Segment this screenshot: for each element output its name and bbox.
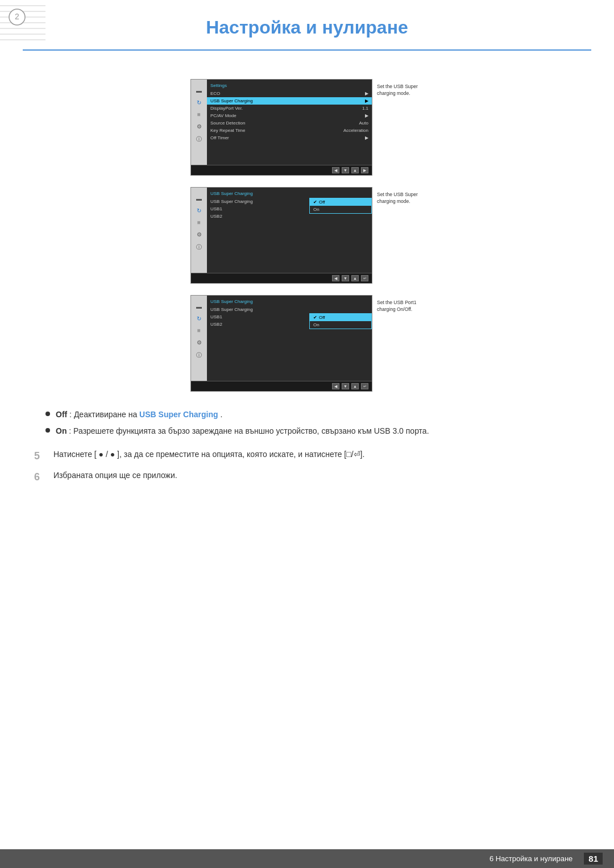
monitor-frame-1: ▬ ↻ ≡ ⚙ ⓘ Settings ECO ▶ U	[190, 79, 372, 176]
nav-left-btn-1[interactable]: ◀	[332, 167, 339, 173]
icon-column-1: ▬ ↻ ≡ ⚙ ⓘ	[191, 80, 207, 165]
step-5: 5 Натиснете [ ● / ● ], за да се премести…	[34, 448, 580, 464]
bullet-dot-1	[45, 412, 50, 416]
menu-2: USB Super Charging USB Super Charging ✔ …	[207, 188, 372, 273]
step-6: 6 Избраната опция ще се приложи.	[34, 470, 580, 485]
menu-row-offtimer[interactable]: Off Timer ▶	[207, 134, 372, 142]
menu-icon-3: ≡	[197, 327, 201, 334]
menu-row-source[interactable]: Source Detection Auto	[207, 119, 372, 127]
nav-bar-3: ◀ ▼ ▲ ↵	[191, 381, 372, 391]
menu-row-usb-super[interactable]: USB Super Charging ▶	[207, 97, 372, 105]
nav-right-btn-1[interactable]: ▶	[361, 167, 368, 173]
monitor-frame-2: ▬ ↻ ≡ ⚙ ⓘ USB Super Charging USB Super C…	[190, 187, 372, 284]
refresh-icon-3: ↻	[197, 315, 201, 322]
icon-column-2: ▬ ↻ ≡ ⚙ ⓘ	[191, 188, 207, 273]
off-blue-text: USB Super Charging	[139, 410, 218, 419]
off-period: .	[220, 410, 222, 419]
nav-bar-1: ◀ ▼ ▲ ▶	[191, 165, 372, 175]
nav-enter-btn-2[interactable]: ↵	[361, 275, 368, 281]
screenshot-2: ▬ ↻ ≡ ⚙ ⓘ USB Super Charging USB Super C…	[190, 187, 424, 284]
nav-left-btn-2[interactable]: ◀	[332, 275, 339, 281]
monitor-icon-1: ▬	[196, 88, 202, 94]
step-number-5: 5	[34, 448, 48, 464]
screenshot-1: ▬ ↻ ≡ ⚙ ⓘ Settings ECO ▶ U	[190, 79, 424, 176]
bullet-list: Off : Деактивиране на USB Super Charging…	[45, 409, 580, 437]
popup-2: ✔ Off On	[309, 198, 372, 214]
step-number-6: 6	[34, 470, 48, 485]
screenshots-section: ▬ ↻ ≡ ⚙ ⓘ Settings ECO ▶ U	[34, 79, 580, 392]
footer-page-number: 81	[584, 853, 603, 865]
screenshot-3: ▬ ↻ ≡ ⚙ ⓘ USB Super Charging USB Super C…	[190, 295, 424, 392]
menu-row3-usb1[interactable]: USB1 ✔ Off On	[207, 313, 372, 321]
gear-icon-1: ⚙	[197, 123, 202, 130]
monitor-frame-3: ▬ ↻ ≡ ⚙ ⓘ USB Super Charging USB Super C…	[190, 295, 372, 392]
hint-1: Set the USB Super charging mode.	[372, 79, 424, 97]
menu-title-3: USB Super Charging	[207, 298, 372, 306]
off-separator: : Деактивиране на	[69, 410, 139, 419]
nav-down-btn-3[interactable]: ▼	[342, 383, 349, 389]
nav-down-btn-2[interactable]: ▼	[342, 275, 349, 281]
bullet-item-off: Off : Деактивиране на USB Super Charging…	[45, 409, 580, 421]
footer: 6 Настройка и нулиране 81	[0, 849, 614, 868]
info-icon-1: ⓘ	[196, 135, 202, 143]
refresh-icon-1: ↻	[197, 99, 201, 106]
check-icon-2: ✔	[313, 200, 317, 205]
menu-title-2: USB Super Charging	[207, 190, 372, 198]
bullet-item-on: On : Разрешете функцията за бързо зарежд…	[45, 425, 580, 437]
on-text: : Разрешете функцията за бързо зареждане…	[69, 426, 429, 435]
nav-up-btn-1[interactable]: ▲	[351, 167, 359, 173]
off-label: Off	[56, 410, 67, 419]
menu-row-displayport[interactable]: DisplayPort Ver. 1.1	[207, 105, 372, 112]
corner-decoration: 2	[0, 0, 45, 45]
menu-icon-1: ≡	[197, 111, 201, 118]
footer-chapter: 6 Настройка и нулиране	[489, 854, 572, 863]
icon-column-3: ▬ ↻ ≡ ⚙ ⓘ	[191, 296, 207, 381]
nav-down-btn-1[interactable]: ▼	[342, 167, 349, 173]
svg-text:2: 2	[15, 12, 19, 21]
content-area: ▬ ↻ ≡ ⚙ ⓘ Settings ECO ▶ U	[0, 51, 614, 536]
menu-row-pcav[interactable]: PC/AV Mode ▶	[207, 112, 372, 119]
bullet-dot-2	[45, 428, 50, 433]
nav-enter-btn-3[interactable]: ↵	[361, 383, 368, 389]
menu-icon-2: ≡	[197, 219, 201, 226]
nav-left-btn-3[interactable]: ◀	[332, 383, 339, 389]
monitor-icon-3: ▬	[196, 304, 202, 310]
menu-row-eco[interactable]: ECO ▶	[207, 90, 372, 97]
nav-up-btn-2[interactable]: ▲	[351, 275, 359, 281]
hint-3: Set the USB Port1 charging On/Off.	[372, 295, 424, 313]
hint-2: Set the USB Super charging mode.	[372, 187, 424, 205]
popup-on-3[interactable]: On	[310, 321, 371, 329]
nav-bar-2: ◀ ▼ ▲ ↵	[191, 273, 372, 283]
popup-off-3[interactable]: ✔ Off	[310, 314, 371, 321]
page-title: Настройка и нулиране	[23, 0, 591, 51]
gear-icon-2: ⚙	[197, 231, 202, 238]
info-icon-3: ⓘ	[196, 351, 202, 359]
monitor-icon-2: ▬	[196, 196, 202, 202]
menu-title-1: Settings	[207, 82, 372, 90]
nav-up-btn-3[interactable]: ▲	[351, 383, 359, 389]
menu-row3-usbsuper[interactable]: USB Super Charging	[207, 306, 372, 313]
gear-icon-3: ⚙	[197, 339, 202, 346]
popup-off-2[interactable]: ✔ Off	[310, 198, 371, 206]
check-icon-3: ✔	[313, 315, 317, 320]
refresh-icon-2: ↻	[197, 207, 201, 214]
step-6-text: Избраната опция ще се приложи.	[53, 470, 177, 481]
popup-on-2[interactable]: On	[310, 206, 371, 213]
menu-1: Settings ECO ▶ USB Super Charging ▶ Disp…	[207, 80, 372, 165]
menu-row-keyrepeat[interactable]: Key Repeat Time Acceleration	[207, 127, 372, 134]
step-5-text: Натиснете [ ● / ● ], за да се преместите…	[53, 448, 364, 460]
on-label: On	[56, 426, 67, 435]
info-icon-2: ⓘ	[196, 243, 202, 251]
popup-3: ✔ Off On	[309, 313, 372, 329]
menu-row2-usbsuper[interactable]: USB Super Charging ✔ Off On	[207, 198, 372, 205]
menu-3: USB Super Charging USB Super Charging US…	[207, 296, 372, 381]
